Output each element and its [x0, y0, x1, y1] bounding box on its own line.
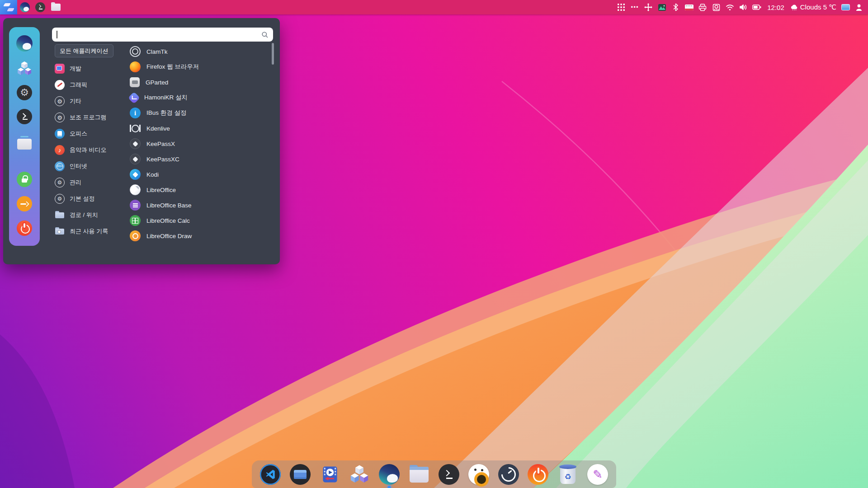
pencil-icon: [587, 464, 608, 485]
app-item-firefox[interactable]: Firefox 웹 브라우저: [129, 59, 267, 75]
recent-category-icon: [55, 226, 65, 236]
dock-whale-browser[interactable]: [378, 464, 401, 485]
development-category-icon: [55, 64, 65, 74]
wallpaper-changer-icon[interactable]: [657, 2, 666, 12]
lock-screen-button[interactable]: [16, 171, 33, 188]
dock-system-gauge[interactable]: [497, 464, 520, 485]
search-bar[interactable]: [52, 28, 273, 42]
dock-terminal[interactable]: [438, 464, 460, 485]
keyboard-layout-icon[interactable]: [684, 2, 693, 12]
user-icon[interactable]: [854, 2, 863, 12]
all-applications-button[interactable]: 모든 애플리케이션: [55, 44, 113, 57]
favorite-whale-browser[interactable]: [16, 35, 33, 52]
dock-trash[interactable]: [557, 464, 579, 485]
terminal-icon: [439, 464, 459, 485]
multimedia-category-icon: [55, 145, 65, 155]
search-icon: [261, 31, 269, 38]
category-administration[interactable]: 관리: [51, 174, 123, 191]
hamonikr-logo-icon: [4, 2, 14, 12]
menu-sidebar: [9, 27, 40, 246]
app-item-keepassxc[interactable]: KeePassXC: [129, 151, 267, 167]
bluetooth-icon[interactable]: [671, 2, 680, 12]
other-category-icon: [55, 96, 65, 106]
overflow-dots-icon[interactable]: ⋯: [630, 2, 639, 12]
favorite-files[interactable]: [16, 136, 33, 153]
panel-files-launcher[interactable]: [48, 0, 63, 14]
favorite-terminal[interactable]: [16, 108, 33, 125]
category-accessories[interactable]: 보조 프로그램: [51, 109, 123, 126]
dock-video-editor[interactable]: [319, 464, 341, 485]
category-other[interactable]: 기타: [51, 93, 123, 109]
weather-applet[interactable]: Clouds 5 ℃: [790, 3, 836, 11]
menu-scrollbar[interactable]: [272, 43, 274, 65]
libreoffice-icon: [130, 184, 141, 195]
duck-face-icon: [468, 464, 489, 485]
display-icon[interactable]: [841, 2, 850, 12]
category-preferences[interactable]: 기본 설정: [51, 191, 123, 207]
category-multimedia[interactable]: 음악과 비디오: [51, 142, 123, 158]
app-item-libreoffice-draw[interactable]: LibreOffice Draw: [129, 228, 267, 244]
office-category-icon: [55, 129, 65, 139]
libreoffice-draw-icon: [130, 230, 141, 241]
category-development[interactable]: 개발: [51, 61, 123, 77]
panel-whale-browser-launcher[interactable]: [17, 0, 33, 14]
printer-icon[interactable]: [698, 2, 707, 12]
dock-text-editor[interactable]: [586, 464, 609, 485]
search-input[interactable]: [57, 31, 261, 38]
menu-button[interactable]: [0, 0, 17, 14]
shutdown-button[interactable]: [16, 220, 33, 237]
snow-cloud-icon: [790, 4, 798, 10]
gparted-icon: [130, 77, 140, 87]
power-off-icon: [528, 464, 548, 485]
app-item-libreoffice[interactable]: LibreOffice: [129, 182, 267, 197]
app-item-keepassx[interactable]: KeePassX: [129, 136, 267, 151]
application-menu: 모든 애플리케이션 개발 그래픽 기타 보조 프로그램 오피스 음악과 비디오 …: [3, 18, 280, 264]
log-out-button[interactable]: [16, 195, 33, 212]
dock-file-manager[interactable]: [408, 464, 430, 485]
dock-software-cubes[interactable]: [348, 464, 371, 485]
battery-icon[interactable]: [752, 2, 761, 12]
category-graphics[interactable]: 그래픽: [51, 77, 123, 93]
power-off-icon: [17, 221, 32, 236]
app-item-libreoffice-calc[interactable]: LibreOffice Calc: [129, 213, 267, 228]
app-item-kodi[interactable]: Kodi: [129, 167, 267, 182]
app-item-hamonikr-install[interactable]: HamoniKR 설치: [129, 90, 267, 105]
ibus-icon: [130, 108, 141, 118]
text-caret: [57, 31, 57, 38]
app-item-gparted[interactable]: GParted: [129, 75, 267, 90]
volume-icon[interactable]: [739, 2, 748, 12]
clamtk-icon: [130, 46, 141, 57]
software-cubes-icon: [16, 61, 33, 76]
weather-label: Clouds 5 ℃: [800, 3, 836, 11]
app-item-ibus[interactable]: IBus 환경 설정: [129, 105, 267, 121]
dock: [252, 460, 616, 488]
file-manager-icon: [17, 139, 32, 150]
accessories-category-icon: [55, 113, 65, 122]
category-recent[interactable]: 최근 사용 기록: [51, 223, 123, 239]
internet-category-icon: [55, 161, 65, 171]
system-tray: ⋯: [617, 2, 868, 12]
category-places[interactable]: 경로 / 위치: [51, 207, 123, 223]
dock-vscode[interactable]: [259, 464, 282, 485]
app-item-libreoffice-base[interactable]: LibreOffice Base: [129, 197, 267, 213]
category-internet[interactable]: 인터넷: [51, 158, 123, 174]
places-category-icon: [55, 210, 65, 220]
preferences-category-icon: [55, 194, 65, 204]
dock-duck-app[interactable]: [467, 464, 490, 485]
move-arrows-icon[interactable]: [644, 2, 653, 12]
panel-terminal-launcher[interactable]: [33, 0, 48, 14]
panel-clock[interactable]: 12:02: [766, 4, 786, 11]
backup-device-icon[interactable]: [712, 2, 721, 12]
favorite-software-cubes[interactable]: [16, 60, 33, 77]
top-panel: ⋯: [0, 0, 868, 14]
dock-power[interactable]: [527, 464, 549, 485]
libreoffice-base-icon: [130, 200, 141, 211]
favorite-settings[interactable]: [16, 84, 33, 101]
wifi-icon[interactable]: [725, 2, 734, 12]
app-item-clamtk[interactable]: ClamTk: [129, 44, 267, 59]
app-item-kdenlive[interactable]: Kdenlive: [129, 121, 267, 136]
app-grid-icon[interactable]: [617, 2, 626, 12]
kdenlive-icon: [130, 123, 141, 134]
category-office[interactable]: 오피스: [51, 126, 123, 142]
dock-virtual-keyboard[interactable]: [289, 464, 311, 485]
